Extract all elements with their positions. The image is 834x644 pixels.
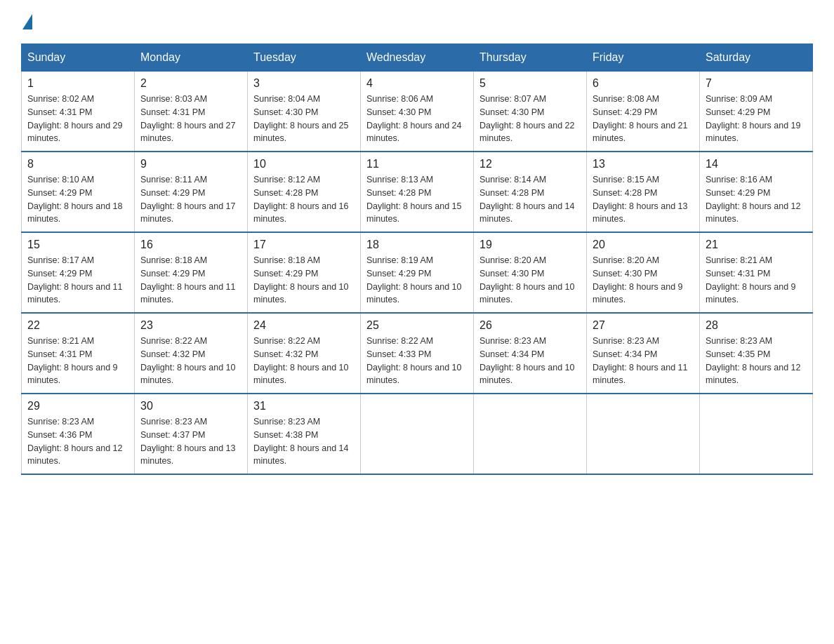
calendar-week-row: 29 Sunrise: 8:23 AM Sunset: 4:36 PM Dayl… — [22, 394, 813, 474]
calendar-cell: 5 Sunrise: 8:07 AM Sunset: 4:30 PM Dayli… — [474, 72, 587, 152]
logo-triangle-icon — [22, 14, 32, 29]
day-info: Sunrise: 8:20 AM Sunset: 4:30 PM Dayligh… — [479, 254, 581, 307]
day-info: Sunrise: 8:12 AM Sunset: 4:28 PM Dayligh… — [253, 173, 355, 226]
day-number: 9 — [140, 158, 241, 170]
day-number: 24 — [253, 319, 355, 332]
day-info: Sunrise: 8:11 AM Sunset: 4:29 PM Dayligh… — [140, 173, 241, 226]
day-number: 13 — [593, 158, 694, 170]
day-info: Sunrise: 8:02 AM Sunset: 4:31 PM Dayligh… — [27, 93, 128, 145]
day-number: 28 — [706, 319, 807, 332]
day-number: 7 — [706, 77, 807, 90]
day-number: 29 — [27, 400, 128, 412]
logo — [21, 14, 34, 29]
day-number: 11 — [366, 158, 468, 170]
weekday-header-friday: Friday — [587, 44, 700, 72]
calendar-cell: 7 Sunrise: 8:09 AM Sunset: 4:29 PM Dayli… — [700, 72, 813, 152]
day-info: Sunrise: 8:21 AM Sunset: 4:31 PM Dayligh… — [27, 335, 128, 387]
calendar-table: SundayMondayTuesdayWednesdayThursdayFrid… — [21, 43, 813, 475]
day-number: 26 — [479, 319, 581, 332]
calendar-cell: 15 Sunrise: 8:17 AM Sunset: 4:29 PM Dayl… — [22, 232, 135, 313]
calendar-cell: 6 Sunrise: 8:08 AM Sunset: 4:29 PM Dayli… — [587, 72, 700, 152]
day-info: Sunrise: 8:13 AM Sunset: 4:28 PM Dayligh… — [366, 173, 468, 226]
calendar-cell — [700, 394, 813, 474]
day-number: 4 — [366, 77, 468, 90]
day-info: Sunrise: 8:10 AM Sunset: 4:29 PM Dayligh… — [27, 173, 128, 226]
day-info: Sunrise: 8:07 AM Sunset: 4:30 PM Dayligh… — [479, 93, 581, 145]
calendar-cell: 2 Sunrise: 8:03 AM Sunset: 4:31 PM Dayli… — [135, 72, 248, 152]
day-info: Sunrise: 8:22 AM Sunset: 4:32 PM Dayligh… — [253, 335, 355, 387]
weekday-header-tuesday: Tuesday — [248, 44, 361, 72]
day-number: 12 — [479, 158, 581, 170]
day-number: 17 — [253, 239, 355, 251]
calendar-cell: 13 Sunrise: 8:15 AM Sunset: 4:28 PM Dayl… — [587, 152, 700, 232]
calendar-cell: 3 Sunrise: 8:04 AM Sunset: 4:30 PM Dayli… — [248, 72, 361, 152]
day-info: Sunrise: 8:08 AM Sunset: 4:29 PM Dayligh… — [593, 93, 694, 145]
day-info: Sunrise: 8:14 AM Sunset: 4:28 PM Dayligh… — [479, 173, 581, 226]
calendar-cell: 11 Sunrise: 8:13 AM Sunset: 4:28 PM Dayl… — [361, 152, 474, 232]
day-number: 1 — [27, 77, 128, 90]
calendar-cell: 21 Sunrise: 8:21 AM Sunset: 4:31 PM Dayl… — [700, 232, 813, 313]
day-number: 31 — [253, 400, 355, 412]
calendar-cell: 26 Sunrise: 8:23 AM Sunset: 4:34 PM Dayl… — [474, 313, 587, 394]
day-info: Sunrise: 8:04 AM Sunset: 4:30 PM Dayligh… — [253, 93, 355, 145]
day-info: Sunrise: 8:18 AM Sunset: 4:29 PM Dayligh… — [140, 254, 241, 307]
page-header — [21, 14, 813, 29]
weekday-header-thursday: Thursday — [474, 44, 587, 72]
weekday-header-wednesday: Wednesday — [361, 44, 474, 72]
day-info: Sunrise: 8:23 AM Sunset: 4:35 PM Dayligh… — [706, 335, 807, 387]
calendar-cell: 8 Sunrise: 8:10 AM Sunset: 4:29 PM Dayli… — [22, 152, 135, 232]
day-number: 16 — [140, 239, 241, 251]
day-info: Sunrise: 8:17 AM Sunset: 4:29 PM Dayligh… — [27, 254, 128, 307]
calendar-cell: 9 Sunrise: 8:11 AM Sunset: 4:29 PM Dayli… — [135, 152, 248, 232]
day-number: 25 — [366, 319, 468, 332]
day-info: Sunrise: 8:03 AM Sunset: 4:31 PM Dayligh… — [140, 93, 241, 145]
day-number: 5 — [479, 77, 581, 90]
calendar-cell — [474, 394, 587, 474]
day-info: Sunrise: 8:22 AM Sunset: 4:33 PM Dayligh… — [366, 335, 468, 387]
day-number: 10 — [253, 158, 355, 170]
weekday-header-saturday: Saturday — [700, 44, 813, 72]
day-number: 20 — [593, 239, 694, 251]
calendar-cell: 22 Sunrise: 8:21 AM Sunset: 4:31 PM Dayl… — [22, 313, 135, 394]
day-number: 30 — [140, 400, 241, 412]
calendar-cell — [587, 394, 700, 474]
calendar-cell: 27 Sunrise: 8:23 AM Sunset: 4:34 PM Dayl… — [587, 313, 700, 394]
day-info: Sunrise: 8:23 AM Sunset: 4:38 PM Dayligh… — [253, 415, 355, 468]
calendar-cell: 29 Sunrise: 8:23 AM Sunset: 4:36 PM Dayl… — [22, 394, 135, 474]
day-number: 19 — [479, 239, 581, 251]
day-number: 22 — [27, 319, 128, 332]
calendar-cell: 31 Sunrise: 8:23 AM Sunset: 4:38 PM Dayl… — [248, 394, 361, 474]
weekday-header-monday: Monday — [135, 44, 248, 72]
calendar-cell: 25 Sunrise: 8:22 AM Sunset: 4:33 PM Dayl… — [361, 313, 474, 394]
day-number: 21 — [706, 239, 807, 251]
calendar-cell: 18 Sunrise: 8:19 AM Sunset: 4:29 PM Dayl… — [361, 232, 474, 313]
calendar-week-row: 22 Sunrise: 8:21 AM Sunset: 4:31 PM Dayl… — [22, 313, 813, 394]
calendar-cell — [361, 394, 474, 474]
day-number: 27 — [593, 319, 694, 332]
calendar-cell: 4 Sunrise: 8:06 AM Sunset: 4:30 PM Dayli… — [361, 72, 474, 152]
calendar-header-row: SundayMondayTuesdayWednesdayThursdayFrid… — [22, 44, 813, 72]
calendar-cell: 30 Sunrise: 8:23 AM Sunset: 4:37 PM Dayl… — [135, 394, 248, 474]
day-info: Sunrise: 8:23 AM Sunset: 4:36 PM Dayligh… — [27, 415, 128, 468]
day-info: Sunrise: 8:18 AM Sunset: 4:29 PM Dayligh… — [253, 254, 355, 307]
calendar-week-row: 8 Sunrise: 8:10 AM Sunset: 4:29 PM Dayli… — [22, 152, 813, 232]
day-info: Sunrise: 8:21 AM Sunset: 4:31 PM Dayligh… — [706, 254, 807, 307]
calendar-cell: 19 Sunrise: 8:20 AM Sunset: 4:30 PM Dayl… — [474, 232, 587, 313]
day-number: 8 — [27, 158, 128, 170]
calendar-week-row: 15 Sunrise: 8:17 AM Sunset: 4:29 PM Dayl… — [22, 232, 813, 313]
day-number: 18 — [366, 239, 468, 251]
calendar-cell: 14 Sunrise: 8:16 AM Sunset: 4:29 PM Dayl… — [700, 152, 813, 232]
day-info: Sunrise: 8:23 AM Sunset: 4:37 PM Dayligh… — [140, 415, 241, 468]
calendar-cell: 12 Sunrise: 8:14 AM Sunset: 4:28 PM Dayl… — [474, 152, 587, 232]
day-info: Sunrise: 8:19 AM Sunset: 4:29 PM Dayligh… — [366, 254, 468, 307]
day-info: Sunrise: 8:15 AM Sunset: 4:28 PM Dayligh… — [593, 173, 694, 226]
day-info: Sunrise: 8:16 AM Sunset: 4:29 PM Dayligh… — [706, 173, 807, 226]
day-info: Sunrise: 8:20 AM Sunset: 4:30 PM Dayligh… — [593, 254, 694, 307]
calendar-cell: 20 Sunrise: 8:20 AM Sunset: 4:30 PM Dayl… — [587, 232, 700, 313]
weekday-header-sunday: Sunday — [22, 44, 135, 72]
calendar-cell: 1 Sunrise: 8:02 AM Sunset: 4:31 PM Dayli… — [22, 72, 135, 152]
day-number: 15 — [27, 239, 128, 251]
day-info: Sunrise: 8:23 AM Sunset: 4:34 PM Dayligh… — [479, 335, 581, 387]
day-info: Sunrise: 8:09 AM Sunset: 4:29 PM Dayligh… — [706, 93, 807, 145]
day-number: 6 — [593, 77, 694, 90]
